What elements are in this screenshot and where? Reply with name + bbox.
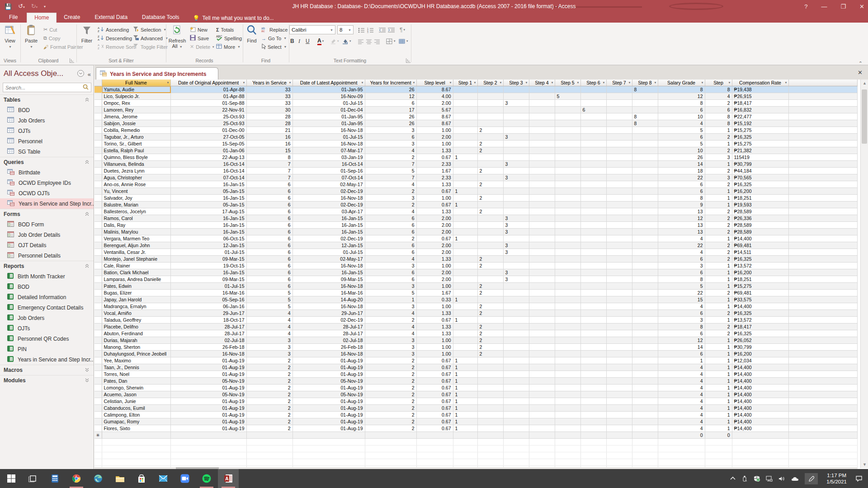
table-row[interactable]: Agua, Christopher07-Oct-14707-Oct-1472.3… [94, 174, 857, 181]
row-selector[interactable] [94, 106, 102, 113]
paragraph-marks-icon[interactable]: ¶▾ [400, 26, 405, 34]
spotify-icon[interactable] [196, 469, 217, 488]
descending-button[interactable]: ZADescending [98, 34, 132, 42]
vertical-scroll-thumb[interactable] [862, 89, 867, 144]
row-selector[interactable] [94, 364, 102, 371]
tab-create[interactable]: Create [57, 13, 87, 23]
table-row[interactable]: Lamoren, Rey22-Nov-913001-Dec-04175.6766… [94, 106, 857, 113]
row-selector[interactable] [94, 194, 102, 201]
table-row[interactable]: Ano-os, Annie Rose16-Jan-15602-May-1741.… [94, 181, 857, 188]
nav-item-ojt-details[interactable]: OJT Details [0, 240, 94, 250]
row-selector[interactable] [94, 167, 102, 174]
column-header-step-7[interactable]: Step 7▼ [606, 80, 632, 86]
column-header-step-level[interactable]: Step level▼ [416, 80, 453, 86]
table-row[interactable]: Ventanilla, Cesar Jr.01-Jul-15601-Jul-15… [94, 249, 857, 255]
table-row[interactable]: Madrangca, Ernalyn06-Jan-16516-Nov-1831.… [94, 303, 857, 310]
table-row[interactable]: Durias, Majarah02-Jul-18302-Jul-1831.002… [94, 337, 857, 343]
row-selector[interactable] [94, 154, 102, 160]
nav-section-reports[interactable]: Reports [0, 261, 94, 271]
nav-item-years-in-service-and-step-incr-[interactable]: Years in Service and Step Incr... [0, 354, 94, 365]
view-button[interactable]: View▼ [2, 25, 18, 49]
column-header-step-5[interactable]: Step 5▼ [555, 80, 580, 86]
table-row[interactable]: Lico, Sulpecio Jr.01-Apr-883316-Nov-0912… [94, 93, 857, 99]
table-row[interactable]: Berenguel, Aljun John12-Jan-15612-Jan-15… [94, 242, 857, 249]
table-row[interactable]: Duhaylungsod, Prince Jeobell16-Nov-18316… [94, 350, 857, 357]
nav-item-ojts[interactable]: OJTs [0, 323, 94, 333]
table-row[interactable]: Yu, Vincent05-Jan-15602-Dec-1920.67161₱1… [94, 188, 857, 194]
task-view-icon[interactable] [23, 469, 43, 488]
table-row[interactable]: Yamuta, Audie01-Apr-883301-Jan-95268.678… [94, 86, 857, 93]
gridlines-button[interactable]: ▾ [386, 37, 396, 45]
row-selector[interactable] [94, 323, 102, 330]
font-color-button[interactable]: A▾ [317, 37, 324, 45]
store-icon[interactable] [131, 469, 152, 488]
numbering-icon[interactable]: 123 [367, 26, 374, 34]
table-row[interactable]: Ballesteros, Jocelyn17-Aug-15603-Apr-174… [94, 208, 857, 215]
row-selector[interactable] [94, 262, 102, 269]
cut-button[interactable]: ✂Cut [43, 25, 57, 34]
table-row[interactable]: Taladua, Geoffrey18-Oct-17402-Dec-1920.6… [94, 316, 857, 323]
row-selector[interactable] [94, 337, 102, 343]
bold-button[interactable]: B [290, 37, 294, 45]
tellme-box[interactable]: 💡Tell me what you want to do... [187, 14, 280, 23]
scroll-up-icon[interactable]: ▲ [863, 81, 867, 85]
table-row[interactable]: Bation, Clark Michael16-Jan-15616-Jan-15… [94, 269, 857, 276]
table-row[interactable]: Torres, Noel01-Aug-19201-Aug-1920.67141₱… [94, 371, 857, 377]
align-right-icon[interactable] [374, 37, 380, 45]
table-row[interactable]: Malinis, Marylou16-Jan-15616-Jan-1562.00… [94, 228, 857, 235]
table-row[interactable]: Cale, Rainer19-Oct-15616-Nov-1831.00231₱… [94, 262, 857, 269]
table-row[interactable]: Abuton, Ferdinand28-Jul-17428-Jul-1741.3… [94, 330, 857, 337]
row-selector[interactable] [94, 201, 102, 208]
row-selector[interactable] [94, 418, 102, 425]
table-row[interactable]: Placebe, Delifno28-Jul-17428-Jul-1741.33… [94, 323, 857, 330]
row-selector[interactable] [94, 188, 102, 194]
nav-item-personnel-details[interactable]: Personnel Details [0, 250, 94, 261]
table-row[interactable]: Japay, Jan Harold05-Sep-16514-Aug-2010.3… [94, 296, 857, 303]
row-selector[interactable] [94, 391, 102, 398]
table-row[interactable]: Salvador, Joy16-Jan-15616-Nov-1831.00281… [94, 194, 857, 201]
table-row[interactable]: Tagubar, Jr., Arturo27-Oct-051601-Jul-15… [94, 133, 857, 140]
row-selector[interactable] [94, 133, 102, 140]
align-left-icon[interactable] [358, 37, 364, 45]
column-header-step-6[interactable]: Step 6▼ [580, 80, 606, 86]
file-explorer-icon[interactable] [109, 469, 130, 488]
column-header-step-3[interactable]: Step 3▼ [503, 80, 529, 86]
column-header-date-of-original-appointment[interactable]: Date of Original Appointment▼ [170, 80, 246, 86]
row-selector[interactable] [94, 140, 102, 147]
text-formatting-dialog-launcher[interactable] [406, 58, 410, 63]
refresh-all-button[interactable]: Refresh All ▼ [167, 25, 187, 49]
table-row[interactable]: Calimpong, Elton01-Aug-19201-Aug-1920.67… [94, 411, 857, 418]
table-row[interactable]: Ompoc, Rex01-Sep-883301-Jul-1562.00382₱1… [94, 99, 857, 106]
table-row[interactable]: Lamparas, Andrea Danielle09-Mar-15609-Ma… [94, 276, 857, 282]
nav-item-bod-form[interactable]: BOD Form [0, 219, 94, 230]
nav-section-macros[interactable]: Macros [0, 365, 94, 375]
table-row[interactable]: Montejo, Janel Stephanie09-Mar-15602-May… [94, 255, 857, 262]
column-header-compensation-rate[interactable]: Compensation Rate▼ [732, 80, 788, 86]
action-center-icon[interactable] [855, 475, 863, 482]
start-icon[interactable] [1, 469, 22, 488]
row-selector[interactable] [94, 384, 102, 391]
row-selector[interactable] [94, 289, 102, 296]
table-row[interactable]: Flores, Sixto01-Aug-19201-Aug-1920.67141… [94, 425, 857, 432]
row-selector[interactable] [94, 228, 102, 235]
highlight-button[interactable]: ▾ [330, 37, 339, 45]
table-row[interactable]: Quimno, Bless Boyle22-Aug-13803-Jan-1920… [94, 154, 857, 160]
table-row[interactable]: Vocal, Arniño29-Jun-17429-Jun-1741.33262… [94, 310, 857, 316]
row-selector[interactable] [94, 296, 102, 303]
row-selector[interactable] [94, 411, 102, 418]
increase-indent-icon[interactable] [388, 26, 395, 34]
row-selector[interactable] [94, 343, 102, 350]
paste-button[interactable]: Paste▼ [23, 25, 40, 49]
column-header-step-8[interactable]: Step 8▼ [632, 80, 658, 86]
new-record-icon[interactable]: ✳ [94, 432, 102, 438]
edge-icon[interactable] [88, 469, 108, 488]
row-selector[interactable] [94, 221, 102, 228]
decrease-indent-icon[interactable] [379, 26, 386, 34]
underline-button[interactable]: U [306, 37, 310, 45]
nav-item-sg-table[interactable]: SG Table [0, 146, 94, 157]
selection-button[interactable]: Selection▼ [133, 25, 166, 34]
row-selector[interactable] [94, 425, 102, 432]
nav-item-birth-month-tracker[interactable]: Birth Month Tracker [0, 271, 94, 282]
volume-icon[interactable] [778, 476, 785, 482]
help-icon[interactable]: ? [804, 3, 807, 10]
